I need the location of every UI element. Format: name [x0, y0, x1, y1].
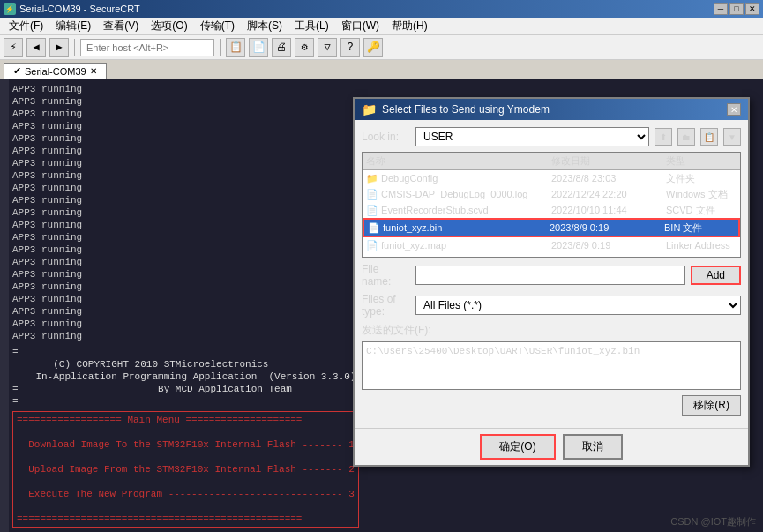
toolbar-back-btn[interactable]: ◀ [26, 38, 46, 57]
dialog-title-left: 📁 Select Files to Send using Ymodem [362, 102, 550, 116]
file-type-label: Files of type: [362, 293, 410, 318]
toolbar-key-btn[interactable]: 🔑 [363, 38, 383, 57]
terminal-line: APP3 running [12, 83, 759, 95]
file-type-cell: Linker Address [666, 238, 737, 252]
toolbar-sep-1 [74, 39, 75, 56]
file-name-row: File name: Add [362, 263, 741, 288]
file-name-label: File name: [362, 263, 410, 288]
watermark: CSDN @IOT趣制作 [670, 515, 756, 528]
gear-icon: ⚙ [301, 41, 307, 54]
dialog-close-button[interactable]: ✕ [727, 103, 741, 116]
file-date-cell: 2023/8/9 0:19 [551, 238, 666, 252]
paste-icon: 📄 [252, 41, 266, 54]
file-type-cell: 文件夹 [666, 171, 737, 185]
menu-view[interactable]: 查看(V) [98, 17, 144, 35]
menu-line-1: ================== Main Menu ===========… [17, 414, 355, 426]
menu-line-blank-3 [17, 476, 355, 488]
dialog-title-bar: 📁 Select Files to Send using Ymodem ✕ [355, 99, 748, 120]
toolbar-filter-btn[interactable]: ▽ [318, 38, 337, 57]
menu-line-sep: ========================================… [17, 513, 355, 525]
file-name-input[interactable] [415, 266, 685, 285]
close-button[interactable]: ✕ [745, 3, 759, 15]
maximize-button[interactable]: □ [729, 3, 744, 15]
file-list-item[interactable]: 📁 DebugConfig2023/8/8 23:03文件夹 [363, 170, 740, 186]
ok-button[interactable]: 确定(O) [480, 434, 555, 460]
toolbar-gear-btn[interactable]: ⚙ [295, 38, 314, 57]
menu-line-upload: Upload Image From the STM32F10x Internal… [17, 463, 355, 476]
file-list-item[interactable]: 📄 funiot_xyz.map2023/8/9 0:19Linker Addr… [363, 237, 740, 253]
menu-line-blank-2 [17, 451, 355, 463]
window-controls[interactable]: ─ □ ✕ [714, 3, 759, 15]
file-type-cell: Windows 文档 [666, 187, 737, 201]
file-date-cell: 2022/10/10 11:44 [551, 203, 666, 217]
file-name-cell: 📄 funiot_xyz.bin [368, 221, 550, 235]
file-list-item[interactable]: 📄 EventRecorderStub.scvd2022/10/10 11:44… [363, 202, 740, 218]
forward-icon: ▶ [56, 41, 62, 54]
file-name-cell: 📄 CMSIS-DAP_DebugLog_0000.log [366, 187, 551, 201]
look-in-nav-btn-4[interactable]: ▼ [723, 128, 741, 146]
menu-transfer[interactable]: 传输(T) [195, 17, 240, 35]
filter-icon: ▽ [324, 41, 330, 54]
title-bar-left: ⚡ Serial-COM39 - SecureCRT [4, 3, 140, 15]
tab-close-button[interactable]: ✕ [90, 66, 97, 76]
menu-tools[interactable]: 工具(L) [289, 17, 334, 35]
file-name-cell: 📁 DebugConfig [366, 171, 551, 185]
enter-host-input[interactable] [80, 39, 214, 56]
dialog-body: Look in: USER ⬆ 🖿 📋 ▼ 名称 修改日期 [355, 120, 748, 428]
cancel-button[interactable]: 取消 [563, 434, 623, 460]
toolbar: ⚡ ◀ ▶ 📋 📄 🖨 ⚙ ▽ ? 🔑 [0, 35, 763, 60]
remove-button[interactable]: 移除(R) [682, 395, 741, 416]
file-name-cell: 📄 EventRecorderStub.scvd [366, 203, 551, 217]
menu-line-blank-1 [17, 426, 355, 438]
toolbar-new-btn[interactable]: ⚡ [4, 38, 23, 57]
dialog-title-icon: 📁 [362, 102, 377, 116]
look-in-nav-btn-3[interactable]: 📋 [700, 128, 718, 146]
back-icon: ◀ [33, 41, 39, 54]
add-button[interactable]: Add [691, 266, 741, 285]
file-list-header: 名称 修改日期 类型 [363, 153, 740, 170]
toolbar-print-btn[interactable]: 🖨 [272, 38, 291, 57]
col-date: 修改日期 [551, 154, 666, 168]
file-type-cell: BIN 文件 [664, 221, 735, 235]
tab-label: Serial-COM39 [25, 66, 86, 77]
file-type-cell: SCVD 文件 [666, 203, 737, 217]
remove-btn-row: 移除(R) [362, 395, 741, 416]
toolbar-sep-2 [220, 39, 221, 56]
select-files-dialog[interactable]: 📁 Select Files to Send using Ymodem ✕ Lo… [353, 97, 750, 467]
tab-icon: ✔ [13, 65, 21, 77]
look-in-row: Look in: USER ⬆ 🖿 📋 ▼ [362, 127, 741, 146]
dialog-title-text: Select Files to Send using Ymodem [382, 103, 550, 116]
sidebar [0, 79, 9, 532]
menu-file[interactable]: 文件(F) [4, 17, 49, 35]
file-date-cell: 2023/8/9 0:19 [550, 221, 664, 235]
file-type-select[interactable]: All Files (*.*) [415, 296, 741, 315]
terminal[interactable]: APP3 runningAPP3 runningAPP3 runningAPP3… [9, 79, 763, 532]
send-file-path: C:\Users\25400\Desktop\UART\USER\funiot_… [362, 341, 741, 390]
file-list-item[interactable]: 📄 CMSIS-DAP_DebugLog_0000.log2022/12/24 … [363, 186, 740, 202]
menu-window[interactable]: 窗口(W) [336, 17, 385, 35]
toolbar-paste-btn[interactable]: 📄 [249, 38, 268, 57]
toolbar-help-btn[interactable]: ? [340, 38, 360, 57]
toolbar-forward-btn[interactable]: ▶ [49, 38, 69, 57]
send-section-label: 发送的文件(F): [362, 323, 741, 338]
toolbar-copy-btn[interactable]: 📋 [226, 38, 245, 57]
look-in-nav-btn-2[interactable]: 🖿 [677, 128, 695, 146]
menu-edit[interactable]: 编辑(E) [50, 17, 96, 35]
menu-script[interactable]: 脚本(S) [242, 17, 288, 35]
new-icon: ⚡ [10, 41, 16, 54]
key-icon: 🔑 [367, 41, 380, 54]
col-type: 类型 [666, 154, 737, 168]
look-in-nav-btn-1[interactable]: ⬆ [655, 128, 672, 146]
look-in-select[interactable]: USER [415, 127, 649, 146]
copy-icon: 📋 [229, 41, 243, 54]
minimize-button[interactable]: ─ [714, 3, 728, 15]
tab-bar: ✔ Serial-COM39 ✕ [0, 60, 763, 79]
menu-options[interactable]: 选项(O) [146, 17, 192, 35]
menu-help[interactable]: 帮助(H) [386, 17, 433, 35]
file-list-item[interactable]: 📄 funiot_xyz.bin2023/8/9 0:19BIN 文件 [363, 218, 740, 237]
file-list[interactable]: 名称 修改日期 类型 📁 DebugConfig2023/8/8 23:03文件… [362, 152, 741, 258]
menu-box: ================== Main Menu ===========… [12, 411, 359, 528]
tab-serial-com39[interactable]: ✔ Serial-COM39 ✕ [4, 63, 107, 79]
title-bar: ⚡ Serial-COM39 - SecureCRT ─ □ ✕ [0, 0, 763, 18]
menu-line-blank-4 [17, 500, 355, 513]
